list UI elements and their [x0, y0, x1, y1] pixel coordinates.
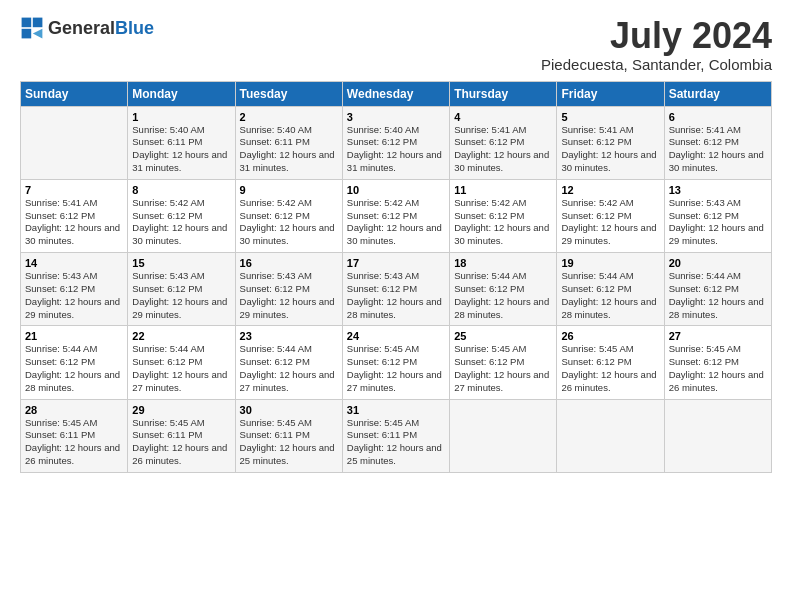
day-number: 16	[240, 257, 338, 269]
day-info: Sunrise: 5:43 AM Sunset: 6:12 PM Dayligh…	[347, 270, 445, 321]
header-thursday: Thursday	[450, 81, 557, 106]
day-info: Sunrise: 5:40 AM Sunset: 6:11 PM Dayligh…	[240, 124, 338, 175]
cell-w1-d1	[21, 106, 128, 179]
cell-w3-d5: 18Sunrise: 5:44 AM Sunset: 6:12 PM Dayli…	[450, 253, 557, 326]
logo-icon	[20, 16, 44, 40]
header-monday: Monday	[128, 81, 235, 106]
cell-w5-d7	[664, 399, 771, 472]
cell-w2-d7: 13Sunrise: 5:43 AM Sunset: 6:12 PM Dayli…	[664, 179, 771, 252]
day-info: Sunrise: 5:42 AM Sunset: 6:12 PM Dayligh…	[132, 197, 230, 248]
cell-w1-d5: 4Sunrise: 5:41 AM Sunset: 6:12 PM Daylig…	[450, 106, 557, 179]
day-number: 9	[240, 184, 338, 196]
day-number: 19	[561, 257, 659, 269]
svg-rect-2	[22, 29, 32, 39]
cell-w2-d3: 9Sunrise: 5:42 AM Sunset: 6:12 PM Daylig…	[235, 179, 342, 252]
day-number: 18	[454, 257, 552, 269]
week-row-2: 7Sunrise: 5:41 AM Sunset: 6:12 PM Daylig…	[21, 179, 772, 252]
week-row-1: 1Sunrise: 5:40 AM Sunset: 6:11 PM Daylig…	[21, 106, 772, 179]
cell-w5-d6	[557, 399, 664, 472]
cell-w3-d1: 14Sunrise: 5:43 AM Sunset: 6:12 PM Dayli…	[21, 253, 128, 326]
calendar-table: SundayMondayTuesdayWednesdayThursdayFrid…	[20, 81, 772, 473]
title-area: July 2024 Piedecuesta, Santander, Colomb…	[541, 16, 772, 73]
cell-w3-d7: 20Sunrise: 5:44 AM Sunset: 6:12 PM Dayli…	[664, 253, 771, 326]
day-number: 22	[132, 330, 230, 342]
main-title: July 2024	[541, 16, 772, 56]
day-info: Sunrise: 5:44 AM Sunset: 6:12 PM Dayligh…	[25, 343, 123, 394]
day-number: 2	[240, 111, 338, 123]
header-wednesday: Wednesday	[342, 81, 449, 106]
cell-w4-d6: 26Sunrise: 5:45 AM Sunset: 6:12 PM Dayli…	[557, 326, 664, 399]
day-number: 31	[347, 404, 445, 416]
cell-w1-d2: 1Sunrise: 5:40 AM Sunset: 6:11 PM Daylig…	[128, 106, 235, 179]
day-info: Sunrise: 5:41 AM Sunset: 6:12 PM Dayligh…	[454, 124, 552, 175]
day-info: Sunrise: 5:41 AM Sunset: 6:12 PM Dayligh…	[561, 124, 659, 175]
day-info: Sunrise: 5:43 AM Sunset: 6:12 PM Dayligh…	[240, 270, 338, 321]
cell-w4-d3: 23Sunrise: 5:44 AM Sunset: 6:12 PM Dayli…	[235, 326, 342, 399]
header-row: SundayMondayTuesdayWednesdayThursdayFrid…	[21, 81, 772, 106]
cell-w5-d5	[450, 399, 557, 472]
cell-w2-d2: 8Sunrise: 5:42 AM Sunset: 6:12 PM Daylig…	[128, 179, 235, 252]
cell-w5-d4: 31Sunrise: 5:45 AM Sunset: 6:11 PM Dayli…	[342, 399, 449, 472]
cell-w1-d7: 6Sunrise: 5:41 AM Sunset: 6:12 PM Daylig…	[664, 106, 771, 179]
day-info: Sunrise: 5:43 AM Sunset: 6:12 PM Dayligh…	[669, 197, 767, 248]
cell-w4-d1: 21Sunrise: 5:44 AM Sunset: 6:12 PM Dayli…	[21, 326, 128, 399]
svg-rect-0	[22, 18, 32, 28]
cell-w1-d3: 2Sunrise: 5:40 AM Sunset: 6:11 PM Daylig…	[235, 106, 342, 179]
cell-w5-d2: 29Sunrise: 5:45 AM Sunset: 6:11 PM Dayli…	[128, 399, 235, 472]
cell-w5-d1: 28Sunrise: 5:45 AM Sunset: 6:11 PM Dayli…	[21, 399, 128, 472]
day-info: Sunrise: 5:40 AM Sunset: 6:11 PM Dayligh…	[132, 124, 230, 175]
day-info: Sunrise: 5:44 AM Sunset: 6:12 PM Dayligh…	[240, 343, 338, 394]
cell-w4-d5: 25Sunrise: 5:45 AM Sunset: 6:12 PM Dayli…	[450, 326, 557, 399]
subtitle: Piedecuesta, Santander, Colombia	[541, 56, 772, 73]
day-number: 8	[132, 184, 230, 196]
cell-w2-d1: 7Sunrise: 5:41 AM Sunset: 6:12 PM Daylig…	[21, 179, 128, 252]
logo-general: General	[48, 18, 115, 38]
week-row-3: 14Sunrise: 5:43 AM Sunset: 6:12 PM Dayli…	[21, 253, 772, 326]
day-number: 27	[669, 330, 767, 342]
day-number: 23	[240, 330, 338, 342]
day-number: 13	[669, 184, 767, 196]
day-info: Sunrise: 5:42 AM Sunset: 6:12 PM Dayligh…	[561, 197, 659, 248]
day-info: Sunrise: 5:44 AM Sunset: 6:12 PM Dayligh…	[561, 270, 659, 321]
day-number: 12	[561, 184, 659, 196]
day-number: 24	[347, 330, 445, 342]
header-sunday: Sunday	[21, 81, 128, 106]
cell-w3-d6: 19Sunrise: 5:44 AM Sunset: 6:12 PM Dayli…	[557, 253, 664, 326]
cell-w3-d2: 15Sunrise: 5:43 AM Sunset: 6:12 PM Dayli…	[128, 253, 235, 326]
cell-w2-d6: 12Sunrise: 5:42 AM Sunset: 6:12 PM Dayli…	[557, 179, 664, 252]
day-info: Sunrise: 5:45 AM Sunset: 6:11 PM Dayligh…	[240, 417, 338, 468]
day-number: 30	[240, 404, 338, 416]
logo-blue: Blue	[115, 18, 154, 38]
cell-w3-d3: 16Sunrise: 5:43 AM Sunset: 6:12 PM Dayli…	[235, 253, 342, 326]
day-number: 4	[454, 111, 552, 123]
day-info: Sunrise: 5:45 AM Sunset: 6:12 PM Dayligh…	[347, 343, 445, 394]
day-number: 28	[25, 404, 123, 416]
svg-rect-1	[33, 18, 43, 28]
day-number: 3	[347, 111, 445, 123]
week-row-4: 21Sunrise: 5:44 AM Sunset: 6:12 PM Dayli…	[21, 326, 772, 399]
day-number: 14	[25, 257, 123, 269]
day-info: Sunrise: 5:45 AM Sunset: 6:12 PM Dayligh…	[669, 343, 767, 394]
day-number: 29	[132, 404, 230, 416]
day-info: Sunrise: 5:40 AM Sunset: 6:12 PM Dayligh…	[347, 124, 445, 175]
header-friday: Friday	[557, 81, 664, 106]
day-info: Sunrise: 5:42 AM Sunset: 6:12 PM Dayligh…	[454, 197, 552, 248]
day-number: 10	[347, 184, 445, 196]
cell-w5-d3: 30Sunrise: 5:45 AM Sunset: 6:11 PM Dayli…	[235, 399, 342, 472]
day-info: Sunrise: 5:44 AM Sunset: 6:12 PM Dayligh…	[454, 270, 552, 321]
page-container: GeneralBlue July 2024 Piedecuesta, Santa…	[0, 0, 792, 612]
day-number: 7	[25, 184, 123, 196]
day-number: 26	[561, 330, 659, 342]
day-number: 17	[347, 257, 445, 269]
header-tuesday: Tuesday	[235, 81, 342, 106]
cell-w2-d5: 11Sunrise: 5:42 AM Sunset: 6:12 PM Dayli…	[450, 179, 557, 252]
day-info: Sunrise: 5:44 AM Sunset: 6:12 PM Dayligh…	[132, 343, 230, 394]
day-info: Sunrise: 5:41 AM Sunset: 6:12 PM Dayligh…	[669, 124, 767, 175]
day-info: Sunrise: 5:42 AM Sunset: 6:12 PM Dayligh…	[240, 197, 338, 248]
cell-w1-d4: 3Sunrise: 5:40 AM Sunset: 6:12 PM Daylig…	[342, 106, 449, 179]
day-info: Sunrise: 5:45 AM Sunset: 6:12 PM Dayligh…	[454, 343, 552, 394]
day-info: Sunrise: 5:45 AM Sunset: 6:11 PM Dayligh…	[25, 417, 123, 468]
day-number: 1	[132, 111, 230, 123]
logo-text: GeneralBlue	[48, 18, 154, 39]
header: GeneralBlue July 2024 Piedecuesta, Santa…	[20, 16, 772, 73]
